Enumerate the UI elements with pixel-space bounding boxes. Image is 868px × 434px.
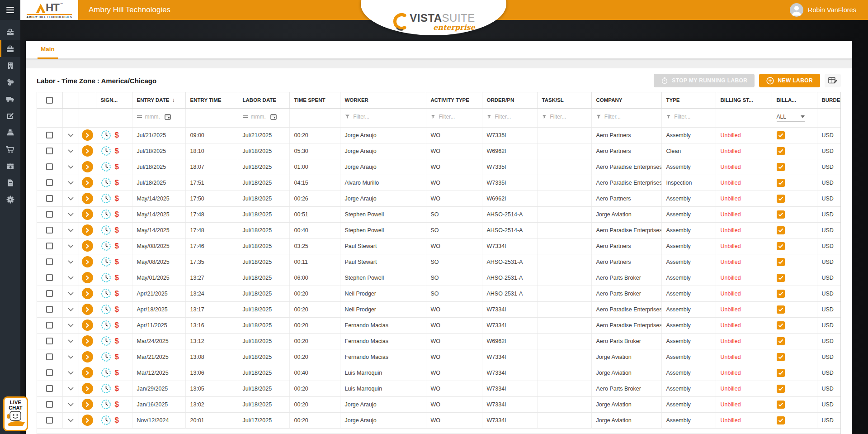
task-sl-filter-input[interactable] bbox=[549, 113, 583, 120]
open-row-button[interactable] bbox=[82, 193, 93, 204]
row-checkbox[interactable] bbox=[46, 163, 53, 170]
dollar-icon[interactable]: $ bbox=[115, 258, 119, 267]
billable-checkbox[interactable] bbox=[777, 274, 785, 282]
grid-edit-button[interactable] bbox=[825, 74, 841, 87]
timer-clock-icon[interactable] bbox=[101, 288, 111, 299]
col-time-spent[interactable]: TIME SPENT bbox=[289, 92, 340, 108]
timer-clock-icon[interactable] bbox=[101, 320, 111, 330]
timer-clock-icon[interactable] bbox=[101, 209, 111, 219]
expand-row-button[interactable] bbox=[68, 132, 74, 138]
worker-filter[interactable] bbox=[345, 113, 415, 122]
row-checkbox[interactable] bbox=[46, 417, 53, 424]
sidebar-item-5[interactable] bbox=[0, 107, 20, 124]
open-row-button[interactable] bbox=[82, 161, 93, 172]
dollar-icon[interactable]: $ bbox=[115, 305, 119, 314]
open-row-button[interactable] bbox=[82, 177, 93, 188]
open-row-button[interactable] bbox=[82, 320, 93, 331]
col-burden[interactable]: BURDEN bbox=[817, 92, 841, 108]
sidebar-item-7[interactable] bbox=[0, 141, 20, 157]
dollar-icon[interactable]: $ bbox=[115, 131, 119, 140]
expand-row-button[interactable] bbox=[68, 322, 74, 329]
col-task-sl[interactable]: TASK/SL bbox=[537, 92, 591, 108]
row-checkbox[interactable] bbox=[46, 211, 53, 218]
open-row-button[interactable] bbox=[82, 145, 93, 157]
menu-toggle[interactable] bbox=[0, 0, 20, 20]
timer-clock-icon[interactable] bbox=[101, 146, 111, 156]
open-row-button[interactable] bbox=[82, 209, 93, 220]
billable-checkbox[interactable] bbox=[777, 242, 785, 250]
open-row-button[interactable] bbox=[82, 399, 93, 410]
billable-checkbox[interactable] bbox=[777, 401, 785, 409]
open-row-button[interactable] bbox=[82, 224, 93, 236]
row-checkbox[interactable] bbox=[46, 148, 53, 154]
col-activity-type[interactable]: ACTIVITY TYPE bbox=[426, 92, 482, 108]
billable-checkbox[interactable] bbox=[777, 258, 785, 266]
dollar-icon[interactable]: $ bbox=[115, 353, 119, 362]
company-filter[interactable] bbox=[596, 113, 652, 122]
row-checkbox[interactable] bbox=[46, 338, 53, 344]
expand-row-button[interactable] bbox=[68, 275, 74, 281]
col-worker[interactable]: WORKER bbox=[340, 92, 426, 108]
dollar-icon[interactable]: $ bbox=[115, 416, 119, 425]
timer-clock-icon[interactable] bbox=[101, 162, 111, 172]
open-row-button[interactable] bbox=[82, 383, 93, 394]
expand-row-button[interactable] bbox=[68, 306, 74, 313]
order-pn-filter[interactable] bbox=[487, 113, 529, 122]
billable-checkbox[interactable] bbox=[777, 131, 785, 139]
billable-checkbox[interactable] bbox=[777, 305, 785, 314]
expand-row-button[interactable] bbox=[68, 180, 74, 186]
sidebar-item-1[interactable] bbox=[0, 40, 20, 57]
dollar-icon[interactable]: $ bbox=[115, 337, 119, 346]
open-row-button[interactable] bbox=[82, 367, 93, 378]
entry-date-filter-input[interactable] bbox=[144, 113, 162, 120]
open-row-button[interactable] bbox=[82, 304, 93, 315]
row-checkbox[interactable] bbox=[46, 369, 53, 376]
row-checkbox[interactable] bbox=[46, 401, 53, 408]
open-row-button[interactable] bbox=[82, 240, 93, 252]
expand-row-button[interactable] bbox=[68, 417, 74, 424]
timer-clock-icon[interactable] bbox=[101, 272, 111, 283]
col-order-pn[interactable]: ORDER/PN bbox=[482, 92, 537, 108]
sidebar-item-3[interactable] bbox=[0, 74, 20, 91]
expand-row-button[interactable] bbox=[68, 291, 74, 297]
dollar-icon[interactable]: $ bbox=[115, 242, 119, 251]
company-filter-input[interactable] bbox=[604, 113, 652, 120]
open-row-button[interactable] bbox=[82, 129, 93, 141]
timer-clock-icon[interactable] bbox=[101, 415, 111, 425]
billable-checkbox[interactable] bbox=[777, 163, 785, 171]
sidebar-item-0[interactable] bbox=[0, 24, 20, 40]
timer-clock-icon[interactable] bbox=[101, 130, 111, 140]
dollar-icon[interactable]: $ bbox=[115, 384, 119, 393]
worker-filter-input[interactable] bbox=[352, 113, 415, 120]
row-checkbox[interactable] bbox=[46, 290, 53, 297]
calendar-icon[interactable] bbox=[165, 114, 171, 120]
timer-clock-icon[interactable] bbox=[101, 193, 111, 204]
expand-row-button[interactable] bbox=[68, 196, 74, 202]
timer-clock-icon[interactable] bbox=[101, 225, 111, 235]
stop-running-labor-button[interactable]: STOP MY RUNNING LABOR bbox=[654, 74, 755, 87]
row-checkbox[interactable] bbox=[46, 322, 53, 329]
sidebar-item-10[interactable] bbox=[0, 191, 20, 208]
expand-row-button[interactable] bbox=[68, 211, 74, 218]
row-checkbox[interactable] bbox=[46, 258, 53, 265]
calendar-icon[interactable] bbox=[270, 114, 277, 120]
billable-checkbox[interactable] bbox=[777, 290, 785, 298]
expand-row-button[interactable] bbox=[68, 259, 74, 265]
col-billing-status[interactable]: BILLING ST... bbox=[716, 92, 772, 108]
dollar-icon[interactable]: $ bbox=[115, 273, 119, 282]
col-billable[interactable]: BILLA... bbox=[772, 92, 817, 108]
row-checkbox[interactable] bbox=[46, 179, 53, 186]
row-checkbox[interactable] bbox=[46, 274, 53, 281]
billable-checkbox[interactable] bbox=[777, 195, 785, 203]
col-sign[interactable]: SIGN... bbox=[96, 92, 132, 108]
timer-clock-icon[interactable] bbox=[101, 383, 111, 394]
expand-row-button[interactable] bbox=[68, 148, 74, 154]
col-labor-date[interactable]: LABOR DATE bbox=[238, 92, 289, 108]
type-filter-input[interactable] bbox=[673, 113, 707, 120]
sidebar-item-4[interactable] bbox=[0, 91, 20, 107]
task-sl-filter[interactable] bbox=[542, 113, 583, 122]
live-chat-button[interactable]: LIVE CHAT bbox=[3, 396, 28, 431]
expand-row-button[interactable] bbox=[68, 338, 74, 344]
open-row-button[interactable] bbox=[82, 256, 93, 267]
col-type[interactable]: TYPE bbox=[661, 92, 716, 108]
